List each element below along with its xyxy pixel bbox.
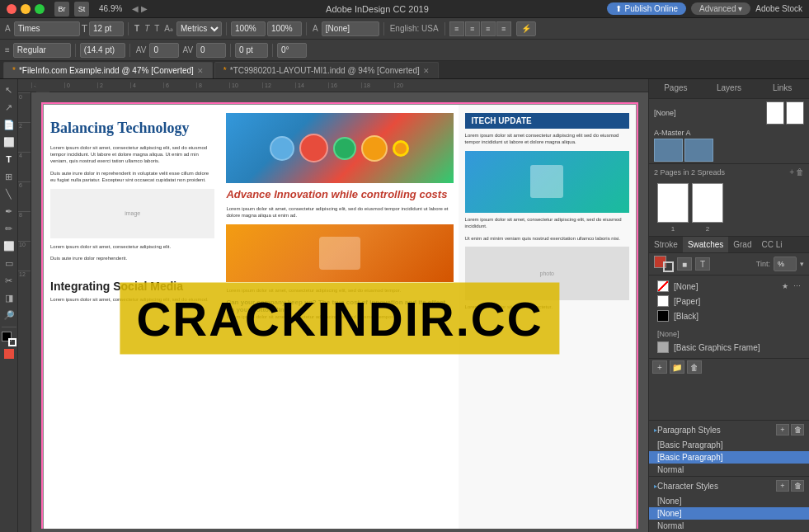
char-style-input[interactable] bbox=[322, 21, 379, 36]
character-styles-header[interactable]: ▸ Character Styles + 🗑 bbox=[649, 477, 809, 495]
swatch-star-icon: ★ bbox=[782, 282, 788, 290]
para-style-basic[interactable]: [Basic Paragraph] bbox=[649, 439, 809, 451]
apply-color-button[interactable] bbox=[4, 349, 14, 359]
document-page[interactable]: Balancing Technology Lorem ipsum dolor s… bbox=[43, 104, 637, 529]
para-style-basic-active[interactable]: [Basic Paragraph] bbox=[649, 451, 809, 464]
canvas-viewport[interactable]: Balancing Technology Lorem ipsum dolor s… bbox=[35, 96, 645, 529]
ruler-vertical: 0 2 4 6 8 10 12 bbox=[18, 92, 31, 532]
canvas-area[interactable]: -2 0 2 4 6 8 10 12 14 16 18 20 0 2 4 6 8 bbox=[18, 79, 648, 532]
lightning-button[interactable]: ⚡ bbox=[516, 21, 536, 36]
swatch-basic-graphics[interactable]: [Basic Graphics Frame] bbox=[654, 340, 804, 355]
font-family-input[interactable] bbox=[14, 21, 80, 36]
delete-para-style-button[interactable]: 🗑 bbox=[791, 424, 804, 435]
swatch-none[interactable]: [None] ★ ⋯ bbox=[654, 279, 804, 294]
stroke-color[interactable] bbox=[8, 338, 16, 346]
text-tool[interactable]: T bbox=[2, 152, 16, 167]
tint-input[interactable] bbox=[774, 257, 797, 271]
maximize-button[interactable] bbox=[35, 4, 45, 14]
scale-x-input[interactable] bbox=[231, 21, 266, 36]
paragraph-styles-section: ▸ Paragraph Styles + 🗑 [Basic Paragraph]… bbox=[649, 420, 809, 476]
table-tool[interactable]: ⊞ bbox=[2, 169, 16, 184]
page-1-thumb[interactable]: 1 bbox=[657, 183, 689, 233]
rectangle-frame-tool[interactable]: ⬜ bbox=[2, 238, 16, 253]
line-tool[interactable]: ╲ bbox=[2, 186, 16, 201]
baseline-input[interactable] bbox=[235, 43, 268, 58]
direct-select-tool[interactable]: ↗ bbox=[2, 100, 16, 115]
delete-char-style-button[interactable]: 🗑 bbox=[791, 480, 804, 492]
gradient-swatch-tool[interactable]: ◨ bbox=[2, 290, 16, 305]
tab-pages[interactable]: Pages bbox=[649, 79, 703, 98]
delete-page-icon[interactable]: 🗑 bbox=[796, 167, 804, 177]
char-style-none[interactable]: [None] bbox=[649, 495, 809, 507]
align-left-button[interactable]: ≡ bbox=[449, 21, 464, 36]
leading-input[interactable] bbox=[80, 43, 125, 58]
new-page-icon[interactable]: + bbox=[789, 167, 794, 177]
publish-online-button[interactable]: ⬆ Publish Online bbox=[607, 2, 686, 15]
separator5 bbox=[444, 22, 445, 35]
paragraph-styles-header[interactable]: ▸ Paragraph Styles + 🗑 bbox=[649, 421, 809, 439]
char-style-none-active[interactable]: [None] bbox=[649, 507, 809, 520]
bridge-icon[interactable]: Br bbox=[54, 2, 69, 16]
cc-libraries-tab[interactable]: CC Li bbox=[757, 237, 788, 252]
ruler-tick: 8 bbox=[196, 82, 229, 88]
new-para-style-button[interactable]: + bbox=[776, 424, 789, 435]
scissors-tool[interactable]: ✂ bbox=[2, 273, 16, 288]
font-size-input[interactable] bbox=[89, 21, 124, 36]
tab-file2[interactable]: * *TC9980201-LAYOUT-MI1.indd @ 94% [Conv… bbox=[214, 62, 439, 78]
swatch-black[interactable]: [Black] bbox=[654, 308, 804, 323]
char-style-normal[interactable]: Normal bbox=[649, 520, 809, 532]
para-style-normal[interactable]: Normal bbox=[649, 464, 809, 476]
tint-arrow[interactable]: ▾ bbox=[800, 260, 804, 268]
tab-file1[interactable]: * *FileInfo.com Example.indd @ 47% [Conv… bbox=[3, 62, 213, 78]
new-swatch-button[interactable]: + bbox=[652, 360, 667, 374]
pen-tool[interactable]: ✒ bbox=[2, 204, 16, 219]
zoom-tool[interactable]: 🔎 bbox=[2, 308, 16, 322]
tool-separator bbox=[2, 327, 16, 327]
skew-input[interactable] bbox=[277, 43, 307, 58]
gradient-tab[interactable]: Grad bbox=[728, 237, 756, 252]
select-tool[interactable]: ↖ bbox=[2, 82, 16, 97]
stroke-tab[interactable]: Stroke bbox=[649, 237, 683, 252]
kern-label: AV bbox=[134, 45, 148, 54]
panel-tabs: Pages Layers Links bbox=[649, 79, 809, 99]
scale-y-input[interactable] bbox=[267, 21, 302, 36]
rectangle-tool[interactable]: ▭ bbox=[2, 256, 16, 271]
format-fill-button[interactable]: ■ bbox=[677, 257, 692, 271]
spread-info: 2 Pages in 2 Spreads bbox=[654, 168, 725, 177]
tab-modified-icon: * bbox=[12, 66, 16, 75]
tab-close-button-2[interactable]: ✕ bbox=[423, 67, 430, 75]
format-text-button[interactable]: T bbox=[695, 257, 710, 271]
stock-icon[interactable]: St bbox=[74, 2, 89, 16]
right-body-3: Ut enim ad minim veniam quis nostrud exe… bbox=[465, 235, 629, 242]
gap-tool[interactable]: ⬜ bbox=[2, 134, 16, 149]
page-tool[interactable]: 📄 bbox=[2, 117, 16, 132]
pencil-tool[interactable]: ✏ bbox=[2, 221, 16, 236]
stroke-swatch[interactable] bbox=[663, 261, 674, 272]
align-right-button[interactable]: ≡ bbox=[481, 21, 496, 36]
swatch-name-none: [None] bbox=[674, 282, 777, 291]
close-button[interactable] bbox=[7, 4, 16, 14]
tracking-input[interactable] bbox=[196, 43, 226, 58]
forward-arrow[interactable]: ▶ bbox=[141, 4, 148, 13]
tab2-modified-icon: * bbox=[223, 66, 227, 75]
adobe-stock-link[interactable]: Adobe Stock bbox=[755, 4, 802, 13]
tab-close-button-1[interactable]: ✕ bbox=[197, 67, 204, 75]
tablet-icon bbox=[530, 165, 563, 198]
swatch-paper[interactable]: [Paper] bbox=[654, 294, 804, 308]
minimize-button[interactable] bbox=[21, 4, 31, 14]
page-2-thumb[interactable]: 2 bbox=[692, 183, 723, 233]
kern-input[interactable] bbox=[149, 43, 179, 58]
tab-links[interactable]: Links bbox=[755, 79, 809, 98]
folder-swatch-button[interactable]: 📁 bbox=[670, 360, 684, 374]
tab-layers[interactable]: Layers bbox=[703, 79, 756, 98]
delete-swatch-button[interactable]: 🗑 bbox=[687, 360, 702, 374]
align-justify-button[interactable]: ≡ bbox=[496, 21, 511, 36]
back-arrow[interactable]: ◀ bbox=[132, 4, 139, 13]
align-center-button[interactable]: ≡ bbox=[465, 21, 480, 36]
ruler-v-tick: 2 bbox=[18, 122, 31, 152]
paragraph-style-input[interactable] bbox=[13, 43, 71, 58]
metrics-select[interactable]: Metrics Optical bbox=[176, 21, 222, 36]
advanced-button[interactable]: Advanced ▾ bbox=[691, 2, 750, 15]
new-char-style-button[interactable]: + bbox=[776, 480, 789, 492]
swatches-tab[interactable]: Swatches bbox=[683, 237, 728, 252]
